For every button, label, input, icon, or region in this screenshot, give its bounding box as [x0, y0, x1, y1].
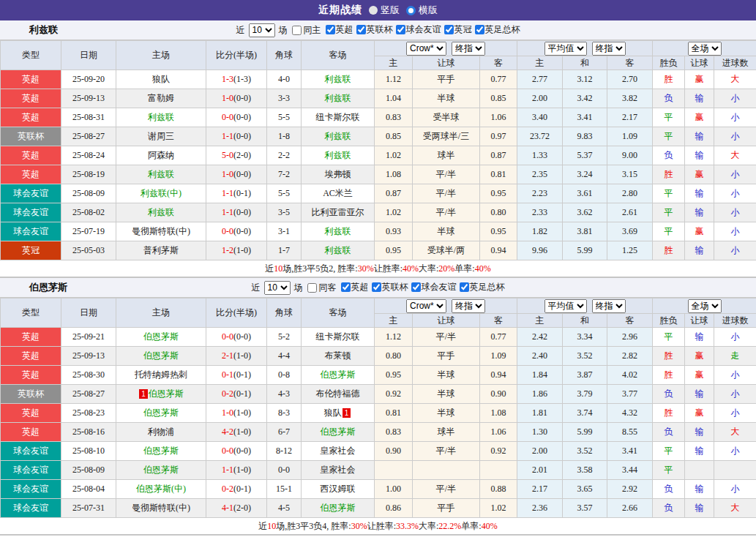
- result-handicap: 输: [685, 499, 714, 518]
- team-label: 谢周三: [148, 131, 174, 141]
- radio-selected-icon[interactable]: [406, 6, 416, 15]
- match-score: 0-0(0-0): [206, 108, 267, 127]
- avg-draw-odds: 5.99: [563, 241, 607, 260]
- crow-away-odds: 1.06: [480, 423, 517, 442]
- handicap-line: 平/半: [413, 203, 480, 222]
- average-select[interactable]: 平均值: [544, 299, 587, 313]
- radio-unselected-icon[interactable]: [369, 6, 378, 15]
- bookmaker-select[interactable]: Crow*: [406, 299, 446, 313]
- league-badge: 英联杯: [1, 127, 61, 146]
- league-filter-checkbox[interactable]: [396, 25, 405, 34]
- col-header-corner: 角球: [267, 41, 302, 70]
- corner-score: 4-5: [267, 499, 302, 518]
- league-filter[interactable]: 英足总杯: [472, 23, 520, 36]
- match-count-select[interactable]: 10: [249, 23, 275, 37]
- result-goals: 小: [714, 480, 756, 499]
- corner-score: 3-3: [267, 89, 302, 108]
- result-outcome: 胜: [653, 366, 685, 385]
- avg-home-odds: 3.40: [517, 108, 563, 127]
- league-filter-label: 英联杯: [382, 281, 408, 293]
- halftime-score: (1-0): [233, 408, 251, 418]
- league-filter-checkbox[interactable]: [372, 282, 381, 292]
- league-filter-checkbox[interactable]: [356, 25, 366, 34]
- league-badge: 球会友谊: [1, 461, 61, 480]
- crow-home-odds: 0.95: [375, 366, 413, 385]
- league-filter-checkbox[interactable]: [475, 25, 484, 34]
- home-team: 狼队: [116, 70, 206, 89]
- scope-select-cell: 全场: [653, 298, 756, 314]
- horizontal-layout-radio[interactable]: 横版: [406, 4, 438, 17]
- avg-home-odds: 2.33: [517, 203, 563, 222]
- home-team: 富勒姆: [116, 89, 206, 108]
- match-score: 1-0(0-0): [206, 89, 267, 108]
- league-filter[interactable]: 球会友谊: [408, 281, 457, 293]
- league-filter-checkbox[interactable]: [411, 282, 421, 292]
- fulltime-score: 1-1: [222, 207, 233, 217]
- average-stage-select[interactable]: 终指: [592, 299, 626, 313]
- home-team: 托特纳姆热刺: [116, 366, 206, 385]
- result-outcome: 胜: [653, 165, 685, 184]
- league-filter[interactable]: 英联杯: [369, 281, 408, 293]
- halftime-score: (2-0): [233, 503, 251, 513]
- league-filter-checkbox[interactable]: [341, 282, 351, 292]
- league-filter-checkbox[interactable]: [326, 25, 335, 34]
- avg-home-odds: 2.00: [517, 442, 563, 461]
- league-filter[interactable]: 英超: [323, 23, 353, 36]
- league-filter[interactable]: 英冠: [441, 23, 472, 36]
- league-filter-checkbox[interactable]: [444, 25, 454, 34]
- scope-select[interactable]: 全场: [688, 299, 722, 313]
- same-venue-checkbox[interactable]: [307, 283, 317, 293]
- match-count-select[interactable]: 10: [264, 281, 291, 295]
- average-stage-select[interactable]: 终指: [592, 42, 626, 56]
- odds-stage-select[interactable]: 终指: [452, 42, 485, 56]
- vertical-layout-radio[interactable]: 竖版: [369, 4, 400, 17]
- league-filter[interactable]: 球会友谊: [393, 23, 441, 36]
- league-filter[interactable]: 英联杯: [353, 23, 393, 36]
- league-filter[interactable]: 英足总杯: [457, 281, 505, 293]
- result-handicap: 赢: [685, 108, 714, 127]
- league-badge: 球会友谊: [1, 442, 61, 461]
- bookmaker-select[interactable]: Crow*: [406, 42, 446, 56]
- fulltime-score: 0-0: [222, 331, 233, 342]
- match-date: 25-08-31: [61, 108, 116, 127]
- match-date: 25-08-23: [61, 404, 116, 423]
- crow-away-odds: 0.95: [480, 184, 517, 203]
- sub-header-avg-home: 主: [517, 314, 563, 328]
- odds-stage-select[interactable]: 终指: [452, 299, 485, 313]
- match-date: 25-08-30: [61, 366, 116, 385]
- sub-header-avg-draw: 和: [563, 314, 607, 328]
- halftime-score: (0-0): [233, 331, 251, 342]
- league-filter-checkbox[interactable]: [460, 282, 469, 292]
- avg-away-odds: 4.02: [607, 366, 653, 385]
- same-venue-label: 同主: [304, 24, 321, 37]
- match-row: 英超25-08-23伯恩茅斯1-0(1-0)8-3狼队10.81半球1.081.…: [1, 404, 756, 423]
- same-venue-checkbox[interactable]: [292, 26, 302, 35]
- match-row: 球会友谊25-08-02利兹联1-1(0-0)3-5比利亚雷亚尔1.02平/半0…: [1, 203, 756, 222]
- scope-select[interactable]: 全场: [688, 42, 722, 56]
- fulltime-score: 4-1: [222, 503, 233, 513]
- fulltime-score: 0-0: [222, 446, 233, 456]
- avg-home-odds: 1.86: [517, 385, 563, 404]
- result-handicap: 输: [685, 184, 714, 203]
- halftime-score: (0-0): [233, 446, 251, 456]
- match-date: 25-08-27: [61, 127, 116, 146]
- red-card-badge: 1: [139, 389, 148, 399]
- match-row: 英超25-08-24阿森纳5-0(2-0)2-2利兹联1.02球半0.871.3…: [1, 146, 756, 165]
- match-date: 25-09-20: [61, 70, 116, 89]
- away-team: 布伦特福德: [302, 385, 375, 404]
- result-outcome: 负: [653, 146, 685, 165]
- team-label: 利兹联(中): [141, 188, 181, 198]
- sub-header-handicap-result: 让球: [685, 314, 714, 328]
- avg-home-odds: 9.96: [517, 241, 563, 260]
- match-score: 2-1(1-0): [206, 347, 267, 366]
- avg-home-odds: 2.17: [517, 480, 563, 499]
- fulltime-score: 5-0: [222, 150, 233, 160]
- col-header-home: 主场: [116, 298, 206, 328]
- team-label: 伯恩茅斯: [143, 446, 179, 456]
- handicap-line: 平/半: [413, 165, 480, 184]
- home-team: 伯恩茅斯: [116, 461, 206, 480]
- halftime-score: (0-0): [233, 131, 251, 141]
- average-select[interactable]: 平均值: [544, 42, 587, 56]
- team-label: 伯恩茅斯: [321, 503, 356, 513]
- league-filter[interactable]: 英超: [338, 281, 369, 293]
